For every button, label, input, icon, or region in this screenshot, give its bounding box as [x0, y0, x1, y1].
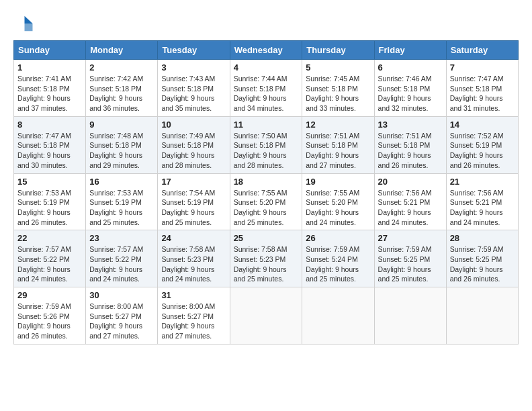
calendar-cell: 17 Sunrise: 7:54 AM Sunset: 5:19 PM Dayl…: [158, 173, 230, 230]
day-info: Sunrise: 7:46 AM Sunset: 5:18 PM Dayligh…: [378, 74, 443, 113]
calendar-header-row: SundayMondayTuesdayWednesdayThursdayFrid…: [14, 41, 519, 60]
day-number: 28: [450, 233, 515, 243]
day-number: 1: [17, 62, 82, 73]
day-number: 20: [378, 177, 443, 187]
day-info: Sunrise: 7:41 AM Sunset: 5:18 PM Dayligh…: [17, 74, 82, 113]
calendar-cell: 2 Sunrise: 7:42 AM Sunset: 5:18 PM Dayli…: [86, 60, 158, 117]
calendar-cell: 9 Sunrise: 7:48 AM Sunset: 5:18 PM Dayli…: [86, 116, 158, 173]
calendar-cell: [374, 287, 446, 345]
day-number: 26: [306, 233, 370, 243]
weekday-header: Monday: [86, 41, 158, 60]
day-number: 8: [17, 120, 82, 130]
calendar-cell: 10 Sunrise: 7:49 AM Sunset: 5:18 PM Dayl…: [158, 116, 230, 173]
calendar-cell: 18 Sunrise: 7:55 AM Sunset: 5:20 PM Dayl…: [230, 173, 302, 230]
day-info: Sunrise: 7:42 AM Sunset: 5:18 PM Dayligh…: [89, 74, 154, 113]
day-info: Sunrise: 7:50 AM Sunset: 5:18 PM Dayligh…: [234, 131, 299, 171]
calendar-week-row: 29 Sunrise: 7:59 AM Sunset: 5:26 PM Dayl…: [14, 287, 519, 345]
day-number: 10: [161, 120, 226, 130]
day-info: Sunrise: 7:51 AM Sunset: 5:18 PM Dayligh…: [306, 131, 370, 171]
calendar-cell: 21 Sunrise: 7:56 AM Sunset: 5:21 PM Dayl…: [446, 173, 518, 230]
day-info: Sunrise: 7:57 AM Sunset: 5:22 PM Dayligh…: [89, 244, 154, 284]
calendar-cell: 14 Sunrise: 7:52 AM Sunset: 5:19 PM Dayl…: [446, 116, 518, 173]
calendar-week-row: 1 Sunrise: 7:41 AM Sunset: 5:18 PM Dayli…: [14, 60, 519, 117]
calendar-cell: 29 Sunrise: 7:59 AM Sunset: 5:26 PM Dayl…: [14, 287, 86, 345]
calendar-table: SundayMondayTuesdayWednesdayThursdayFrid…: [13, 40, 519, 345]
day-number: 16: [89, 177, 154, 187]
page-header: [13, 13, 519, 34]
calendar-cell: [446, 287, 518, 345]
day-number: 24: [161, 233, 226, 243]
day-number: 14: [450, 120, 515, 130]
day-info: Sunrise: 7:58 AM Sunset: 5:23 PM Dayligh…: [234, 244, 299, 284]
calendar-cell: 13 Sunrise: 7:51 AM Sunset: 5:18 PM Dayl…: [374, 116, 446, 173]
day-number: 18: [234, 177, 299, 187]
calendar-cell: 30 Sunrise: 8:00 AM Sunset: 5:27 PM Dayl…: [86, 287, 158, 345]
calendar-cell: 22 Sunrise: 7:57 AM Sunset: 5:22 PM Dayl…: [14, 230, 86, 287]
day-number: 19: [306, 177, 370, 187]
day-number: 5: [306, 62, 370, 73]
calendar-cell: 4 Sunrise: 7:44 AM Sunset: 5:18 PM Dayli…: [230, 60, 302, 117]
day-number: 31: [161, 290, 226, 300]
day-info: Sunrise: 8:00 AM Sunset: 5:27 PM Dayligh…: [89, 302, 154, 341]
calendar-cell: 28 Sunrise: 7:59 AM Sunset: 5:25 PM Dayl…: [446, 230, 518, 287]
day-info: Sunrise: 7:44 AM Sunset: 5:18 PM Dayligh…: [234, 74, 299, 113]
calendar-cell: 27 Sunrise: 7:59 AM Sunset: 5:25 PM Dayl…: [374, 230, 446, 287]
weekday-header: Sunday: [14, 41, 86, 60]
weekday-header: Wednesday: [230, 41, 302, 60]
calendar-week-row: 8 Sunrise: 7:47 AM Sunset: 5:18 PM Dayli…: [14, 116, 519, 173]
day-info: Sunrise: 7:45 AM Sunset: 5:18 PM Dayligh…: [306, 74, 370, 113]
day-number: 25: [234, 233, 299, 243]
day-info: Sunrise: 7:43 AM Sunset: 5:18 PM Dayligh…: [161, 74, 226, 113]
day-number: 27: [378, 233, 443, 243]
day-info: Sunrise: 7:55 AM Sunset: 5:20 PM Dayligh…: [234, 188, 299, 228]
day-info: Sunrise: 7:59 AM Sunset: 5:25 PM Dayligh…: [378, 244, 443, 284]
day-info: Sunrise: 7:47 AM Sunset: 5:18 PM Dayligh…: [17, 131, 82, 171]
day-number: 9: [89, 120, 154, 130]
calendar-cell: 8 Sunrise: 7:47 AM Sunset: 5:18 PM Dayli…: [14, 116, 86, 173]
calendar-cell: 24 Sunrise: 7:58 AM Sunset: 5:23 PM Dayl…: [158, 230, 230, 287]
day-number: 12: [306, 120, 370, 130]
day-info: Sunrise: 7:59 AM Sunset: 5:25 PM Dayligh…: [450, 244, 515, 284]
day-number: 15: [17, 177, 82, 187]
calendar-cell: 31 Sunrise: 8:00 AM Sunset: 5:27 PM Dayl…: [158, 287, 230, 345]
svg-marker-0: [25, 16, 33, 24]
day-number: 13: [378, 120, 443, 130]
calendar-cell: [230, 287, 302, 345]
day-info: Sunrise: 7:55 AM Sunset: 5:20 PM Dayligh…: [306, 188, 370, 228]
calendar-cell: 12 Sunrise: 7:51 AM Sunset: 5:18 PM Dayl…: [302, 116, 374, 173]
calendar-week-row: 15 Sunrise: 7:53 AM Sunset: 5:19 PM Dayl…: [14, 173, 519, 230]
calendar-cell: 5 Sunrise: 7:45 AM Sunset: 5:18 PM Dayli…: [302, 60, 374, 117]
svg-marker-1: [25, 24, 33, 31]
weekday-header: Thursday: [302, 41, 374, 60]
calendar-cell: 11 Sunrise: 7:50 AM Sunset: 5:18 PM Dayl…: [230, 116, 302, 173]
calendar-cell: 1 Sunrise: 7:41 AM Sunset: 5:18 PM Dayli…: [14, 60, 86, 117]
day-info: Sunrise: 7:57 AM Sunset: 5:22 PM Dayligh…: [17, 244, 82, 284]
day-number: 11: [234, 120, 299, 130]
calendar-cell: 19 Sunrise: 7:55 AM Sunset: 5:20 PM Dayl…: [302, 173, 374, 230]
calendar-cell: 3 Sunrise: 7:43 AM Sunset: 5:18 PM Dayli…: [158, 60, 230, 117]
calendar-cell: 6 Sunrise: 7:46 AM Sunset: 5:18 PM Dayli…: [374, 60, 446, 117]
day-number: 30: [89, 290, 154, 300]
day-number: 17: [161, 177, 226, 187]
day-number: 2: [89, 62, 154, 73]
day-number: 23: [89, 233, 154, 243]
calendar-cell: 23 Sunrise: 7:57 AM Sunset: 5:22 PM Dayl…: [86, 230, 158, 287]
day-info: Sunrise: 7:52 AM Sunset: 5:19 PM Dayligh…: [450, 131, 515, 171]
calendar-cell: 26 Sunrise: 7:59 AM Sunset: 5:24 PM Dayl…: [302, 230, 374, 287]
day-info: Sunrise: 7:47 AM Sunset: 5:18 PM Dayligh…: [450, 74, 515, 113]
weekday-header: Friday: [374, 41, 446, 60]
weekday-header: Saturday: [446, 41, 518, 60]
day-info: Sunrise: 7:53 AM Sunset: 5:19 PM Dayligh…: [17, 188, 82, 228]
logo: [13, 13, 36, 34]
day-info: Sunrise: 8:00 AM Sunset: 5:27 PM Dayligh…: [161, 302, 226, 341]
day-info: Sunrise: 7:56 AM Sunset: 5:21 PM Dayligh…: [450, 188, 515, 228]
day-number: 22: [17, 233, 82, 243]
day-info: Sunrise: 7:59 AM Sunset: 5:24 PM Dayligh…: [306, 244, 370, 284]
day-info: Sunrise: 7:51 AM Sunset: 5:18 PM Dayligh…: [378, 131, 443, 171]
day-info: Sunrise: 7:54 AM Sunset: 5:19 PM Dayligh…: [161, 188, 226, 228]
logo-icon: [13, 13, 34, 34]
calendar-cell: 16 Sunrise: 7:53 AM Sunset: 5:19 PM Dayl…: [86, 173, 158, 230]
day-info: Sunrise: 7:53 AM Sunset: 5:19 PM Dayligh…: [89, 188, 154, 228]
day-number: 4: [234, 62, 299, 73]
day-info: Sunrise: 7:56 AM Sunset: 5:21 PM Dayligh…: [378, 188, 443, 228]
